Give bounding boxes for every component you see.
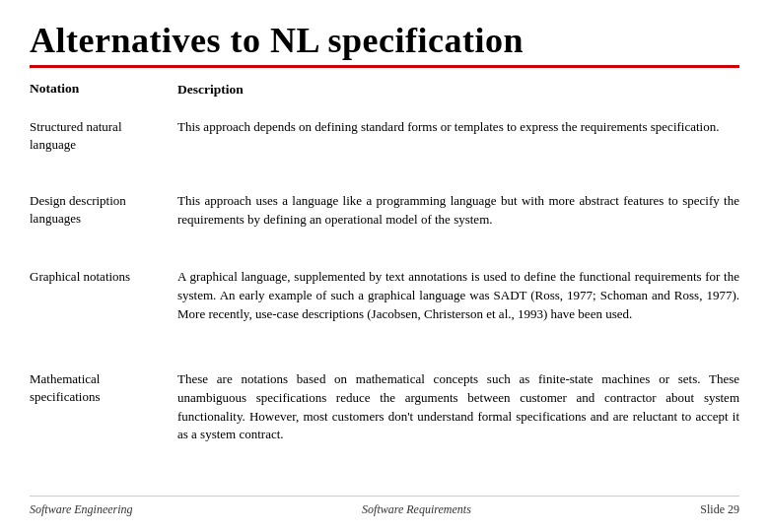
header-description: Description	[177, 78, 739, 114]
table-header-row: Notation Description	[30, 78, 739, 114]
row3-description: A graphical language, supplemented by te…	[177, 264, 739, 366]
row2-description: This approach uses a language like a pro…	[177, 188, 739, 264]
title-underline	[30, 65, 739, 68]
table-row: Mathematical specifications These are no…	[30, 366, 739, 496]
slide: Alternatives to NL specification Notatio…	[0, 0, 769, 532]
row2-notation: Design description languages	[30, 188, 177, 264]
row1-description: This approach depends on defining standa…	[177, 114, 739, 188]
footer: Software Engineering Software Requiremen…	[30, 496, 739, 517]
slide-title: Alternatives to NL specification	[30, 20, 739, 61]
row4-description: These are notations based on mathematica…	[177, 366, 739, 496]
footer-right: Slide 29	[700, 502, 739, 517]
footer-left: Software Engineering	[30, 502, 133, 517]
header-notation: Notation	[30, 78, 177, 114]
row3-notation: Graphical notations	[30, 264, 177, 366]
content-table: Notation Description Structured natural …	[30, 78, 739, 496]
footer-center: Software Requirements	[362, 502, 471, 517]
table-row: Design description languages This approa…	[30, 188, 739, 264]
table-row: Graphical notations A graphical language…	[30, 264, 739, 366]
row1-notation: Structured natural language	[30, 114, 177, 188]
row4-notation: Mathematical specifications	[30, 366, 177, 496]
table-row: Structured natural language This approac…	[30, 114, 739, 188]
